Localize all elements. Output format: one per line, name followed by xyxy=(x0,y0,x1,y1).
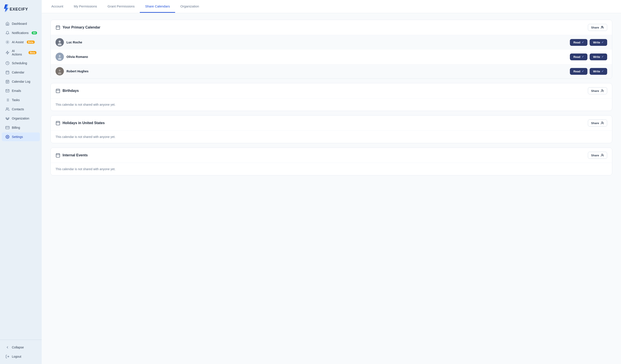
write-btn-olivia[interactable]: Write ✓ xyxy=(590,53,607,60)
calendar-list-icon xyxy=(5,79,10,84)
permission-btns-luc: Read ✓ Write ✓ xyxy=(570,39,607,46)
tab-my-permissions[interactable]: My Permissions xyxy=(69,0,102,13)
org-icon xyxy=(5,116,10,121)
sidebar-item-ai-actions[interactable]: AI Actions Beta xyxy=(2,47,40,58)
tab-organization[interactable]: Organization xyxy=(175,0,204,13)
collapse-icon xyxy=(5,345,10,349)
sidebar-item-organization[interactable]: Organization xyxy=(2,114,40,123)
sidebar-item-scheduling[interactable]: Scheduling xyxy=(2,59,40,67)
share-internal-events-btn[interactable]: Share xyxy=(588,152,607,159)
read-btn-olivia[interactable]: Read ✓ xyxy=(570,53,587,60)
sidebar-logout-btn[interactable]: Logout xyxy=(2,352,40,361)
sidebar-item-calendar-log[interactable]: Calendar Log xyxy=(2,77,40,86)
internal-events-calendar-title: Internal Events xyxy=(63,153,88,157)
svg-rect-33 xyxy=(56,26,60,30)
mail-icon xyxy=(5,89,10,93)
share-btn-label: Share xyxy=(591,121,599,125)
permission-btns-olivia: Read ✓ Write ✓ xyxy=(570,53,607,60)
user-info-luc: Luc Roche xyxy=(55,38,82,47)
share-icon xyxy=(600,89,604,93)
sidebar-item-label: Calendar xyxy=(12,71,24,74)
svg-point-31 xyxy=(7,136,8,137)
billing-icon xyxy=(5,125,10,130)
avatar-luc-roche xyxy=(55,38,64,47)
sidebar-item-tasks[interactable]: Tasks xyxy=(2,96,40,104)
holidays-empty-text: This calendar is not shared with anyone … xyxy=(51,131,612,143)
lightning-icon xyxy=(5,50,10,55)
tab-grant-permissions[interactable]: Grant Permissions xyxy=(102,0,140,13)
avatar-robert-hughes xyxy=(55,67,64,75)
write-label: Write xyxy=(593,41,600,44)
sidebar-item-label: Emails xyxy=(12,89,21,93)
birthdays-calendar-title: Birthdays xyxy=(63,89,79,93)
tab-account[interactable]: Account xyxy=(46,0,69,13)
write-label: Write xyxy=(593,55,600,59)
sidebar-item-label: Scheduling xyxy=(12,61,27,65)
sidebar-item-label: Organization xyxy=(12,117,29,120)
sidebar: EXECIFY Dashboard Notifications 50 xyxy=(0,0,42,364)
sidebar-collapse-btn[interactable]: Collapse xyxy=(2,343,40,352)
write-check-luc: ✓ xyxy=(602,41,604,44)
calendar-header-holidays: Holidays in United States Share xyxy=(51,116,612,131)
execify-logo: EXECIFY xyxy=(3,4,28,14)
calendar-title-birthdays: Birthdays xyxy=(55,88,79,93)
svg-point-46 xyxy=(59,69,61,71)
sidebar-item-label: Settings xyxy=(12,135,23,139)
svg-marker-4 xyxy=(6,51,9,54)
calendar-icon xyxy=(5,70,10,75)
sidebar-item-settings[interactable]: Settings xyxy=(2,132,40,141)
calendar-header-icon xyxy=(55,25,60,30)
user-info-olivia: Olivia Romano xyxy=(55,53,88,61)
calendar-header-primary: Your Primary Calendar Share xyxy=(51,20,612,35)
user-row-luc-roche: Luc Roche Read ✓ Write ✓ xyxy=(51,35,612,50)
read-label: Read xyxy=(573,41,580,44)
svg-point-42 xyxy=(59,41,61,42)
sidebar-item-label: Contacts xyxy=(12,107,24,111)
sidebar-item-ai-assist[interactable]: AI Assist Beta xyxy=(2,38,40,47)
svg-rect-23 xyxy=(6,117,7,119)
share-birthdays-btn[interactable]: Share xyxy=(588,87,607,94)
read-btn-luc[interactable]: Read ✓ xyxy=(570,39,587,46)
sidebar-item-notifications[interactable]: Notifications 50 xyxy=(2,29,40,37)
read-btn-robert[interactable]: Read ✓ xyxy=(570,68,587,75)
internal-events-empty-text: This calendar is not shared with anyone … xyxy=(51,163,612,175)
svg-text:EXECIFY: EXECIFY xyxy=(10,7,28,11)
contacts-icon xyxy=(5,107,10,111)
calendar-header-birthdays: Birthdays Share xyxy=(51,83,612,99)
svg-point-52 xyxy=(602,89,603,91)
svg-point-3 xyxy=(7,42,8,43)
calendar-header-internal-events: Internal Events Share xyxy=(51,148,612,163)
share-btn-label: Share xyxy=(591,26,599,29)
sidebar-item-emails[interactable]: Emails xyxy=(2,86,40,95)
svg-point-45 xyxy=(58,58,61,60)
top-nav: Account My Permissions Grant Permissions… xyxy=(42,0,621,13)
logo-area: EXECIFY xyxy=(0,0,42,17)
read-label: Read xyxy=(573,70,580,73)
svg-point-47 xyxy=(58,72,61,74)
sparkle-icon xyxy=(5,40,10,44)
sidebar-item-billing[interactable]: Billing xyxy=(2,123,40,132)
logout-label: Logout xyxy=(12,355,21,358)
user-name-luc-roche: Luc Roche xyxy=(67,41,82,44)
svg-point-66 xyxy=(602,154,603,155)
share-primary-calendar-btn[interactable]: Share xyxy=(588,24,607,31)
bell-icon xyxy=(5,31,10,35)
user-row-robert-hughes: Robert Hughes Read ✓ Write ✓ xyxy=(51,64,612,79)
sidebar-item-dashboard[interactable]: Dashboard xyxy=(2,19,40,28)
tab-share-calendars[interactable]: Share Calendars xyxy=(140,0,175,13)
clock-icon xyxy=(5,61,10,65)
share-holidays-btn[interactable]: Share xyxy=(588,119,607,127)
share-icon xyxy=(600,153,604,157)
write-btn-robert[interactable]: Write ✓ xyxy=(590,68,607,75)
calendar-title-internal-events: Internal Events xyxy=(55,153,88,158)
sidebar-item-contacts[interactable]: Contacts xyxy=(2,105,40,114)
permission-btns-robert: Read ✓ Write ✓ xyxy=(570,68,607,75)
sidebar-item-calendar[interactable]: Calendar xyxy=(2,68,40,77)
calendar-holidays-icon xyxy=(55,121,60,125)
sidebar-item-label: Tasks xyxy=(12,98,20,102)
write-btn-luc[interactable]: Write ✓ xyxy=(590,39,607,46)
primary-calendar-title: Your Primary Calendar xyxy=(63,25,100,29)
sidebar-nav: Dashboard Notifications 50 AI Assist Bet… xyxy=(0,17,42,340)
share-icon xyxy=(600,26,604,29)
sidebar-item-label: Dashboard xyxy=(12,22,27,25)
